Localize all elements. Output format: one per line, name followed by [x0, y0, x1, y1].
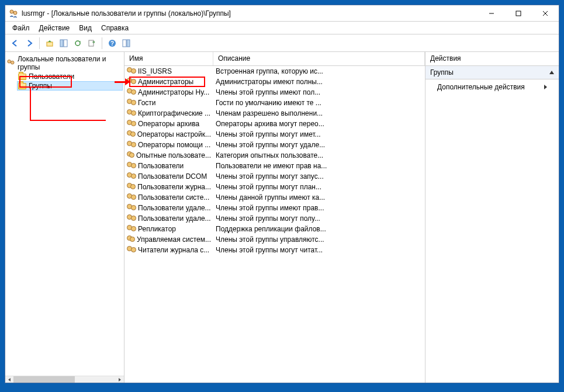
minimize-icon — [489, 11, 494, 16]
show-hide-tree-button[interactable] — [57, 37, 70, 50]
group-icon — [127, 172, 136, 181]
actions-section-header[interactable]: Группы — [425, 66, 559, 79]
column-header-name[interactable]: Имя — [124, 52, 213, 65]
list-row[interactable]: Администраторы Hy...Члены этой группы им… — [124, 87, 425, 98]
refresh-button[interactable] — [71, 37, 84, 50]
list-row[interactable]: Операторы помощи ...Члены этой группы мо… — [124, 140, 425, 150]
group-description: Администраторы имеют полны... — [213, 78, 425, 86]
svg-rect-3 — [516, 11, 521, 16]
list-row[interactable]: Пользователи DCOMЧлены этой группы могут… — [124, 171, 425, 182]
group-icon — [127, 193, 136, 202]
group-name: Читатели журнала с... — [138, 246, 209, 254]
list-cell-name: Пользователи удале... — [124, 204, 213, 212]
list-row[interactable]: Криптографические ...Членам разрешено вы… — [124, 108, 425, 119]
show-hide-action-button[interactable] — [120, 37, 133, 50]
list-row[interactable]: Пользователи систе...Члены данной группы… — [124, 192, 425, 203]
forward-button[interactable] — [23, 37, 36, 50]
scroll-thumb[interactable] — [13, 376, 75, 383]
tree-item-groups[interactable]: Группы — [17, 81, 123, 91]
group-name: Администраторы — [138, 78, 193, 86]
tree-item-label: Пользователи — [29, 72, 74, 81]
list-row[interactable]: Пользователи журна...Члены этой группы м… — [124, 182, 425, 192]
export-button[interactable] — [85, 37, 98, 50]
group-name: Гости — [138, 99, 156, 107]
svg-point-0 — [10, 10, 13, 13]
window: lusrmgr - [Локальные пользователи и груп… — [5, 5, 559, 383]
group-name: Пользователи удале... — [138, 214, 211, 223]
group-icon — [127, 141, 136, 149]
group-description: Гости по умолчанию имеют те ... — [213, 99, 425, 107]
list-row[interactable]: Пользователи удале...Члены этой группы м… — [124, 213, 425, 224]
column-header-description[interactable]: Описание — [213, 52, 425, 65]
folder-icon — [18, 74, 26, 80]
caret-right-icon — [119, 378, 121, 381]
list-row[interactable]: Операторы настройк...Члены этой группы м… — [124, 129, 425, 140]
list-row[interactable]: IIS_IUSRSВстроенная группа, которую ис..… — [124, 66, 425, 77]
list-row[interactable]: Управляемая систем...Члены этой группы у… — [124, 234, 425, 245]
list-row[interactable]: АдминистраторыАдминистраторы имеют полны… — [124, 77, 425, 87]
group-name: Пользователи журна... — [137, 183, 211, 191]
group-description: Члены этой группы могут запус... — [213, 172, 425, 181]
folder-icon — [18, 83, 26, 89]
svg-point-16 — [11, 61, 14, 64]
titlebar: lusrmgr - [Локальные пользователи и груп… — [5, 5, 559, 22]
close-button[interactable] — [532, 5, 559, 21]
menubar: Файл Действие Вид Справка — [5, 22, 559, 34]
caret-left-icon — [8, 378, 11, 381]
group-icon — [127, 225, 136, 233]
group-description: Члены этой группы управляютс... — [213, 235, 425, 244]
tree-body: Локальные пользователи и группы Пользова… — [5, 52, 124, 376]
scroll-track[interactable] — [13, 376, 116, 383]
help-icon: ? — [108, 39, 116, 47]
list-cell-name: Пользователи удале... — [124, 214, 213, 223]
export-icon — [88, 39, 96, 47]
list-cell-name: Пользователи DCOM — [124, 172, 213, 181]
menu-help[interactable]: Справка — [96, 23, 133, 33]
svg-point-1 — [13, 11, 17, 15]
folder-up-icon — [46, 39, 54, 47]
actions-pane: Действия Группы Дополнительные действия — [425, 52, 559, 383]
maximize-icon — [515, 11, 521, 16]
group-description: Пользователи не имеют прав на... — [213, 162, 425, 170]
list-cell-name: Криптографические ... — [124, 109, 213, 117]
group-icon — [127, 99, 136, 107]
list-row[interactable]: Читатели журнала с...Члены этой группы м… — [124, 245, 425, 255]
tree-hscrollbar[interactable] — [5, 376, 124, 383]
menu-action[interactable]: Действие — [34, 23, 75, 33]
menu-view[interactable]: Вид — [74, 23, 96, 33]
tree-item-users[interactable]: Пользователи — [17, 72, 123, 81]
actions-more-link[interactable]: Дополнительные действия — [425, 79, 559, 95]
group-name: Операторы архива — [138, 120, 199, 128]
minimize-button[interactable] — [478, 5, 505, 21]
group-icon — [127, 109, 136, 117]
actions-section-label: Группы — [430, 68, 454, 77]
group-description: Члены этой группы имеют прав... — [213, 204, 425, 212]
maximize-button[interactable] — [505, 5, 532, 21]
group-description: Члены этой группы имеют пол... — [213, 88, 425, 96]
close-icon — [542, 11, 548, 16]
menu-file[interactable]: Файл — [8, 23, 34, 33]
tree-pane-icon — [60, 39, 68, 47]
scroll-right-button[interactable] — [116, 376, 124, 383]
list-row[interactable]: ГостиГости по умолчанию имеют те ... — [124, 98, 425, 108]
list-row[interactable]: Опытные пользовате...Категория опытных п… — [124, 150, 425, 161]
group-description: Члены данной группы имеют ка... — [213, 193, 425, 202]
group-icon — [127, 120, 136, 128]
list-row[interactable]: Операторы архиваОператоры архива могут п… — [124, 119, 425, 129]
group-name: Пользователи систе... — [138, 193, 209, 202]
back-button[interactable] — [9, 37, 22, 50]
list-body: IIS_IUSRSВстроенная группа, которую ис..… — [124, 66, 425, 383]
scroll-left-button[interactable] — [5, 376, 13, 383]
group-icon — [127, 151, 134, 159]
list-row[interactable]: РепликаторПоддержка репликации файлов... — [124, 224, 425, 234]
tree-root[interactable]: Локальные пользователи и группы — [6, 54, 123, 72]
group-description: Члены этой группы могут удале... — [213, 141, 425, 149]
list-cell-name: Управляемая систем... — [124, 235, 213, 244]
group-icon — [127, 183, 136, 191]
group-description: Члены этой группы могут имет... — [213, 130, 425, 138]
up-button[interactable] — [43, 37, 56, 50]
help-button[interactable]: ? — [106, 37, 119, 50]
list-row[interactable]: Пользователи удале...Члены этой группы и… — [124, 203, 425, 213]
list-row[interactable]: ПользователиПользователи не имеют прав н… — [124, 161, 425, 171]
list-cell-name: Операторы настройк... — [124, 130, 213, 138]
